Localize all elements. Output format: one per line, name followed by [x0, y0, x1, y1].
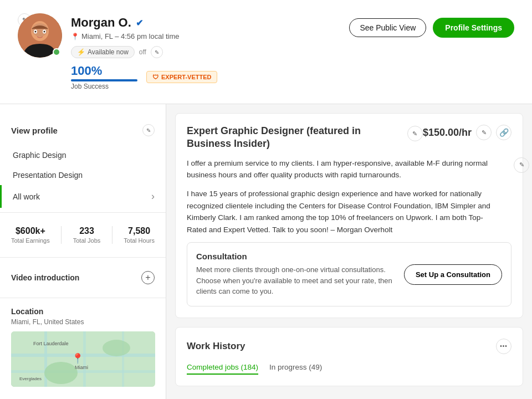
consultation-box: Consultation Meet more clients through o…: [187, 242, 511, 306]
video-introduction-section: Video introduction +: [0, 262, 166, 293]
bio-title: Expert Graphic Designer (featured in Bus…: [187, 125, 403, 151]
job-success-fill: [71, 79, 137, 81]
shield-icon: 🛡: [152, 74, 158, 80]
tab-completed-jobs[interactable]: Completed jobs (184): [187, 363, 258, 375]
profile-name: Morgan O.: [71, 16, 131, 30]
svg-text:Miami: Miami: [75, 365, 88, 370]
svg-point-14: [103, 340, 130, 356]
avatar-wrapper: ✎: [18, 13, 62, 58]
consultation-description: Meet more clients through one-on-one vir…: [196, 264, 393, 297]
bio-text-edit-button[interactable]: ✎: [514, 157, 529, 173]
location-pin-icon: 📍: [71, 33, 79, 40]
location-text: Miami, FL, United States: [11, 318, 155, 326]
stat-hours-label: Total Hours: [124, 237, 155, 244]
sidebar-item-all-work[interactable]: All work ›: [0, 185, 166, 208]
profile-info: Morgan O. ✔ 📍 Miami, FL – 4:56 pm local …: [71, 13, 217, 90]
sidebar-item-presentation-design[interactable]: Presentation Design: [0, 165, 166, 185]
sidebar-divider-1: [0, 212, 166, 213]
availability-state: off: [139, 48, 146, 56]
job-success-percentage: 100%: [71, 64, 137, 78]
stat-total-jobs: 233 Total Jobs: [73, 226, 101, 244]
stat-hours-value: 7,580: [124, 226, 155, 236]
consultation-info: Consultation Meet more clients through o…: [196, 252, 393, 297]
chevron-right-icon: ›: [151, 191, 155, 202]
stat-earnings-value: $600k+: [11, 226, 50, 236]
right-panel: Expert Graphic Designer (featured in Bus…: [166, 104, 532, 399]
setup-consultation-button[interactable]: Set Up a Consultation: [404, 264, 502, 285]
stat-earnings-label: Total Earnings: [11, 237, 50, 244]
verified-badge: ✔: [136, 18, 143, 28]
stat-jobs-label: Total Jobs: [73, 237, 101, 244]
job-success-bar: [71, 79, 137, 81]
bio-rate-section: $150.00/hr ✎ 🔗: [423, 125, 511, 140]
lightning-icon: ⚡: [77, 48, 85, 56]
work-history-header: Work History •••: [187, 339, 511, 354]
sidebar: View profile ✎ Graphic Design Presentati…: [0, 104, 166, 399]
svg-point-6: [44, 31, 45, 33]
profile-settings-button[interactable]: Profile Settings: [433, 18, 514, 38]
svg-point-13: [44, 362, 78, 384]
view-profile-section: View profile ✎: [0, 115, 166, 145]
sidebar-divider-2: [0, 257, 166, 258]
header-actions: See Public View Profile Settings: [349, 18, 514, 38]
svg-rect-12: [11, 370, 155, 373]
stat-jobs-value: 233: [73, 226, 101, 236]
online-status-indicator: [53, 48, 60, 56]
svg-point-5: [35, 31, 37, 33]
expert-vetted-label: EXPERT-VETTED: [161, 74, 211, 80]
stat-divider-1: [61, 226, 62, 244]
video-intro-title: Video introduction: [11, 273, 79, 282]
work-history-more-button[interactable]: •••: [496, 339, 511, 354]
svg-rect-11: [122, 331, 124, 387]
stat-total-hours: 7,580 Total Hours: [124, 226, 155, 244]
bio-title-edit-button[interactable]: ✎: [407, 126, 423, 141]
tab-in-progress[interactable]: In progress (49): [269, 363, 322, 375]
bio-rate: $150.00/hr: [423, 127, 472, 139]
sidebar-item-graphic-design[interactable]: Graphic Design: [0, 145, 166, 165]
view-profile-edit-button[interactable]: ✎: [142, 124, 155, 136]
svg-text:📍: 📍: [71, 352, 84, 365]
view-profile-title: View profile: [11, 126, 58, 135]
location-title: Location: [11, 307, 155, 316]
bio-section: Expert Graphic Designer (featured in Bus…: [175, 113, 523, 318]
consultation-title: Consultation: [196, 252, 393, 261]
job-success-label: Job Success: [71, 83, 137, 90]
profile-location: Miami, FL – 4:56 pm local time: [81, 32, 180, 40]
location-map: 📍 Fort Lauderdale Miami Everglades: [11, 331, 155, 387]
stat-total-earnings: $600k+ Total Earnings: [11, 226, 50, 244]
add-video-button[interactable]: +: [141, 271, 155, 284]
expert-vetted-badge: 🛡 EXPERT-VETTED: [146, 71, 217, 83]
see-public-view-button[interactable]: See Public View: [349, 18, 426, 37]
svg-point-2: [32, 23, 48, 37]
share-link-button[interactable]: 🔗: [496, 125, 511, 140]
bio-paragraph-2: I have 15 years of professional graphic …: [187, 188, 492, 236]
svg-text:Everglades: Everglades: [19, 376, 42, 381]
sidebar-nav: Graphic Design Presentation Design All w…: [0, 145, 166, 208]
work-history-title: Work History: [187, 341, 245, 352]
availability-edit-button[interactable]: ✎: [151, 46, 163, 58]
work-history-section: Work History ••• Completed jobs (184) In…: [175, 327, 523, 386]
sidebar-stats: $600k+ Total Earnings 233 Total Jobs 7,5…: [0, 217, 166, 253]
bio-paragraph-1: I offer a premium service to my clients.…: [187, 157, 492, 181]
svg-text:Fort Lauderdale: Fort Lauderdale: [33, 341, 69, 346]
bio-title-left: Expert Graphic Designer (featured in Bus…: [187, 125, 423, 151]
location-section: Location Miami, FL, United States 📍 Fort…: [0, 303, 166, 393]
stat-divider-2: [112, 226, 112, 244]
bio-title-row: Expert Graphic Designer (featured in Bus…: [187, 125, 511, 151]
rate-edit-button[interactable]: ✎: [476, 125, 492, 140]
availability-badge: ⚡ Available now: [71, 46, 135, 58]
bio-body-wrapper: I offer a premium service to my clients.…: [187, 157, 511, 236]
availability-label: Available now: [88, 48, 129, 56]
work-history-tabs: Completed jobs (184) In progress (49): [187, 363, 511, 375]
sidebar-divider-3: [0, 298, 166, 298]
job-success-section: 100% Job Success: [71, 64, 137, 90]
